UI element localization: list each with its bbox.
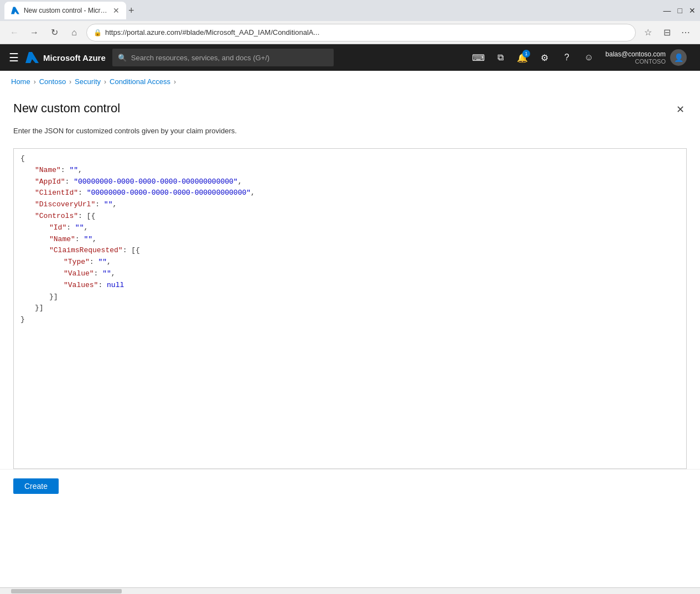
- panel-title: New custom control: [13, 101, 120, 116]
- json-editor-container: { "Name": "", "AppId": "00000000-0000-00…: [13, 148, 687, 469]
- avatar: 👤: [670, 49, 687, 66]
- nav-home-button[interactable]: ⌂: [66, 25, 82, 40]
- help-button[interactable]: ?: [557, 48, 577, 67]
- azure-logo: Microsoft Azure: [25, 51, 106, 64]
- main-content: Home › Contoso › Security › Conditional …: [0, 71, 700, 594]
- json-line-2: "Name": "",: [20, 165, 680, 176]
- favorites-icon[interactable]: ☆: [640, 25, 656, 40]
- panel-footer: Create: [0, 469, 700, 503]
- directory-icon: ⧉: [497, 53, 504, 62]
- window-controls: — □ ✕: [663, 6, 696, 15]
- window-maximize-button[interactable]: □: [678, 6, 682, 15]
- json-line-7: "Id": "",: [20, 222, 680, 234]
- browser-tab[interactable]: New custom control - Microsoft ✕: [4, 2, 126, 19]
- gear-icon: ⚙: [541, 53, 548, 63]
- breadcrumb-conditional-access[interactable]: Conditional Access: [110, 77, 170, 86]
- bottom-scrollbar[interactable]: [0, 587, 700, 594]
- user-tenant: CONTOSO: [605, 58, 666, 65]
- search-input[interactable]: [131, 54, 328, 62]
- breadcrumb-home[interactable]: Home: [11, 77, 30, 86]
- azure-tab-icon: [11, 6, 19, 15]
- address-bar[interactable]: 🔒 https://portal.azure.com/#blade/Micros…: [86, 24, 636, 41]
- breadcrumb-sep-3: ›: [104, 78, 106, 86]
- header-actions: ⌨ ⧉ 🔔 1 ⚙ ? ☺ balas@contoso.com CONTOSO …: [468, 48, 691, 67]
- svg-marker-0: [11, 7, 19, 14]
- portal-menu-button[interactable]: ☰: [9, 51, 19, 64]
- settings-button[interactable]: ⚙: [535, 48, 554, 67]
- panel-body: Enter the JSON for customized controls g…: [0, 122, 700, 148]
- json-line-11: "Value": "",: [20, 268, 680, 280]
- azure-header: ☰ Microsoft Azure 🔍 ⌨ ⧉ 🔔 1 ⚙ ? ☺: [0, 44, 700, 71]
- nav-refresh-button[interactable]: ↻: [46, 25, 62, 40]
- collections-icon[interactable]: ⊟: [659, 25, 675, 40]
- create-button[interactable]: Create: [13, 478, 59, 494]
- notifications-button[interactable]: 🔔 1: [512, 48, 532, 67]
- horizontal-scrollbar-thumb[interactable]: [11, 589, 122, 593]
- nav-back-button[interactable]: ←: [7, 25, 22, 40]
- tab-close-icon[interactable]: ✕: [113, 6, 120, 15]
- breadcrumb-sep-1: ›: [34, 78, 36, 86]
- user-email: balas@contoso.com: [605, 50, 666, 58]
- panel: New custom control ✕ Enter the JSON for …: [0, 92, 700, 587]
- browser-tab-title: New custom control - Microsoft: [24, 7, 108, 14]
- search-icon: 🔍: [118, 54, 127, 62]
- panel-close-button[interactable]: ✕: [674, 101, 687, 118]
- svg-marker-1: [25, 52, 39, 63]
- azure-search-bar[interactable]: 🔍: [112, 49, 334, 66]
- window-close-button[interactable]: ✕: [689, 6, 696, 15]
- json-line-3: "AppId": "00000000-0000-0000-0000-000000…: [20, 176, 680, 188]
- cloud-shell-button[interactable]: ⌨: [468, 48, 488, 67]
- nav-forward-button[interactable]: →: [27, 25, 42, 40]
- notification-badge: 1: [522, 50, 530, 58]
- json-line-15: }: [20, 314, 680, 326]
- browser-menu-icon[interactable]: ⋯: [678, 25, 693, 40]
- user-text: balas@contoso.com CONTOSO: [605, 50, 666, 65]
- json-line-10: "Type": "",: [20, 257, 680, 268]
- panel-header: New custom control ✕: [0, 92, 700, 122]
- json-line-6: "Controls": [{: [20, 211, 680, 222]
- breadcrumb-sep-4: ›: [174, 78, 176, 86]
- address-url-text: https://portal.azure.com/#blade/Microsof…: [105, 28, 629, 37]
- panel-description: Enter the JSON for customized controls g…: [13, 127, 687, 135]
- json-line-4: "ClientId": "00000000-0000-0000-0000-000…: [20, 187, 680, 199]
- help-icon: ?: [564, 53, 569, 62]
- window-minimize-button[interactable]: —: [663, 6, 671, 15]
- breadcrumb-sep-2: ›: [69, 78, 71, 86]
- azure-logo-icon: [25, 51, 39, 64]
- new-tab-button[interactable]: +: [128, 5, 134, 17]
- directory-button[interactable]: ⧉: [490, 48, 510, 67]
- json-line-13: }]: [20, 291, 680, 303]
- lock-icon: 🔒: [94, 29, 102, 37]
- json-line-9: "ClaimsRequested": [{: [20, 245, 680, 257]
- breadcrumb: Home › Contoso › Security › Conditional …: [0, 71, 700, 92]
- azure-logo-text: Microsoft Azure: [43, 53, 106, 62]
- json-line-12: "Values": null: [20, 280, 680, 291]
- json-line-14: }]: [20, 303, 680, 314]
- user-profile[interactable]: balas@contoso.com CONTOSO 👤: [601, 49, 691, 66]
- json-line-5: "DiscoveryUrl": "",: [20, 199, 680, 211]
- feedback-icon: ☺: [584, 53, 593, 62]
- feedback-button[interactable]: ☺: [579, 48, 599, 67]
- json-line-1: {: [20, 153, 680, 165]
- breadcrumb-security[interactable]: Security: [75, 77, 101, 86]
- breadcrumb-contoso[interactable]: Contoso: [39, 77, 66, 86]
- json-editor[interactable]: { "Name": "", "AppId": "00000000-0000-00…: [14, 149, 686, 468]
- json-line-8: "Name": "",: [20, 234, 680, 246]
- cloud-shell-icon: ⌨: [472, 53, 485, 63]
